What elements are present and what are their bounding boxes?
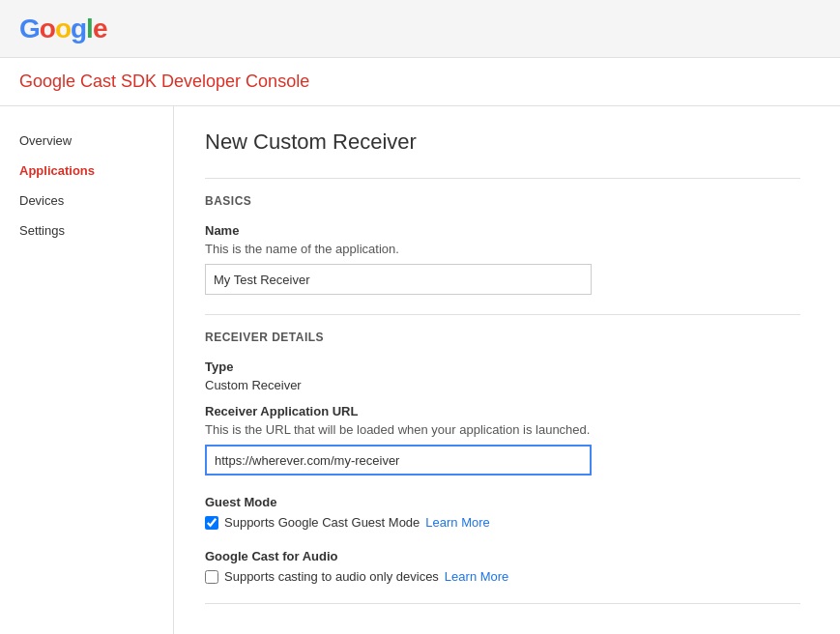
- cast-audio-section: Google Cast for Audio Supports casting t…: [205, 549, 800, 584]
- basics-divider: [205, 178, 800, 179]
- sidebar-item-settings[interactable]: Settings: [0, 216, 173, 245]
- cast-audio-checkbox[interactable]: [205, 570, 218, 584]
- page-title: New Custom Receiver: [205, 130, 800, 155]
- sidebar: Overview Applications Devices Settings: [0, 106, 174, 634]
- main-content: New Custom Receiver BASICS Name This is …: [174, 106, 831, 634]
- layout: Overview Applications Devices Settings N…: [0, 106, 840, 634]
- google-logo: Google: [19, 14, 106, 44]
- url-description: This is the URL that will be loaded when…: [205, 422, 800, 437]
- name-input[interactable]: [205, 264, 592, 295]
- sub-header: Google Cast SDK Developer Console: [0, 58, 840, 106]
- url-label: Receiver Application URL: [205, 404, 800, 418]
- name-description: This is the name of the application.: [205, 242, 800, 256]
- top-bar: Google: [0, 0, 840, 58]
- save-divider: [205, 603, 800, 604]
- name-label: Name: [205, 223, 800, 238]
- guest-mode-section: Guest Mode Supports Google Cast Guest Mo…: [205, 495, 800, 530]
- receiver-details-section: RECEIVER DETAILS Type Custom Receiver Re…: [205, 331, 800, 476]
- receiver-details-divider: [205, 314, 800, 315]
- url-input[interactable]: [205, 445, 592, 476]
- guest-mode-row: Supports Google Cast Guest Mode Learn Mo…: [205, 515, 800, 530]
- guest-mode-checkbox-label: Supports Google Cast Guest Mode: [224, 515, 420, 530]
- type-label: Type: [205, 360, 800, 374]
- basics-section: BASICS Name This is the name of the appl…: [205, 194, 800, 295]
- guest-mode-label: Guest Mode: [205, 495, 800, 509]
- guest-mode-learn-more[interactable]: Learn More: [425, 515, 489, 530]
- sidebar-item-overview[interactable]: Overview: [0, 126, 173, 156]
- type-value: Custom Receiver: [205, 378, 800, 392]
- console-title: Google Cast SDK Developer Console: [19, 72, 309, 91]
- cast-audio-row: Supports casting to audio only devices L…: [205, 569, 800, 584]
- sidebar-item-applications[interactable]: Applications: [0, 156, 173, 186]
- cast-audio-checkbox-label: Supports casting to audio only devices: [224, 569, 439, 584]
- cast-audio-learn-more[interactable]: Learn More: [445, 569, 508, 584]
- sidebar-item-devices[interactable]: Devices: [0, 186, 173, 216]
- basics-header: BASICS: [205, 194, 800, 208]
- cast-audio-label: Google Cast for Audio: [205, 549, 800, 563]
- guest-mode-checkbox[interactable]: [205, 516, 218, 530]
- receiver-details-header: RECEIVER DETAILS: [205, 331, 800, 344]
